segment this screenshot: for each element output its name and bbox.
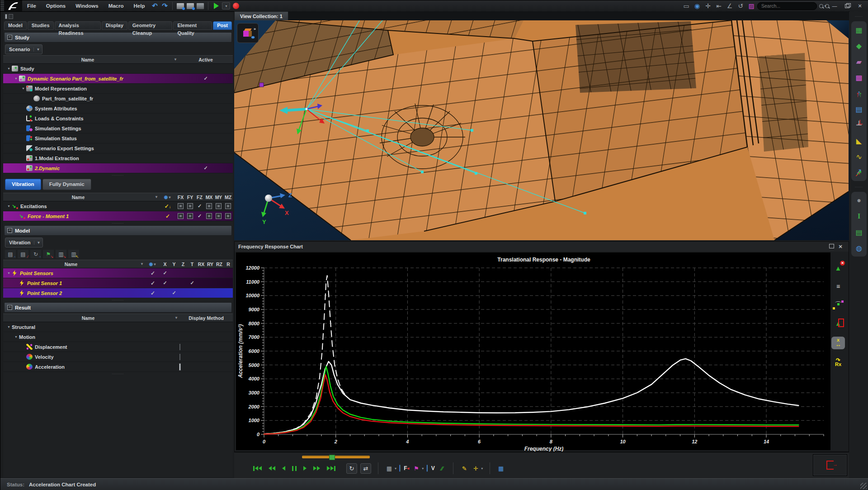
play-button[interactable] <box>302 465 308 471</box>
tab-element-quality[interactable]: Element Quality <box>173 21 212 30</box>
filter-icon[interactable]: ▼ <box>139 262 145 266</box>
axis-cell-x[interactable]: ✓ <box>160 280 170 286</box>
expander-icon[interactable]: ▼ <box>13 77 19 80</box>
export-icon[interactable] <box>185 1 195 10</box>
sensor-pick-icon[interactable]: ▥↖ <box>68 250 79 258</box>
sensor-header-ry[interactable]: RY <box>206 262 215 267</box>
measure-angle-icon[interactable]: ∠ <box>725 1 735 10</box>
expander-icon[interactable]: ▼ <box>13 335 19 338</box>
scenario-dropdown[interactable]: Scenario ▼ <box>5 44 42 54</box>
splitter-handle[interactable]: ∙∙∙∙∙∙∙∙∙ <box>3 298 233 301</box>
chevron-down-icon[interactable]: ▾ <box>395 466 396 471</box>
undo-icon[interactable]: ↶ <box>150 1 160 10</box>
name-column-header[interactable]: Name <box>3 195 153 200</box>
result-row[interactable]: ▼Structural <box>3 322 233 332</box>
measure-rotate-icon[interactable]: ↺ <box>736 1 745 10</box>
3d-viewport[interactable]: Z X Y » <box>234 20 849 240</box>
minimize-button[interactable]: — <box>829 2 840 10</box>
chart-display-icon[interactable] <box>179 364 180 370</box>
collapse-icon[interactable]: − <box>7 228 12 233</box>
pencil-icon[interactable]: ✎ <box>460 463 468 473</box>
display-mode-icon[interactable]: ▭ <box>681 1 691 10</box>
tab-geometry-cleanup[interactable]: Geometry Cleanup <box>128 21 173 30</box>
search-icon[interactable] <box>825 4 829 8</box>
slope-icon[interactable]: ∕∕ <box>438 463 446 473</box>
dof-checkbox[interactable] <box>225 203 231 209</box>
facet-planes-icon[interactable]: ▰ <box>852 56 866 67</box>
dof-header-mx[interactable]: MX <box>204 195 214 200</box>
dof-checkbox[interactable] <box>187 213 193 219</box>
x-pan-button[interactable]: X↔ <box>831 337 845 349</box>
filter-icon[interactable]: ▼ <box>153 195 160 199</box>
study-tree-row[interactable]: Part_from_satellite_fr <box>3 94 233 104</box>
sensor-row[interactable]: Point Sensor 1✓✓✓ <box>3 278 233 288</box>
study-tree-row[interactable]: ▼Model Representation <box>3 84 233 94</box>
visibility-check[interactable]: ✓↓ <box>160 203 176 209</box>
dof-header-my[interactable]: MY <box>214 195 223 200</box>
sensor-header-rz[interactable]: RZ <box>215 262 224 267</box>
mesh-display-icon[interactable]: ▦ <box>385 463 393 473</box>
sensor-on-part-icon[interactable]: ⚑↘ <box>43 250 54 258</box>
collapse-icon[interactable]: − <box>7 35 12 40</box>
pause-button[interactable] <box>290 465 298 472</box>
triad-arrows-icon[interactable]: ↑ <box>852 87 866 99</box>
dof-cell-mz[interactable] <box>223 203 233 209</box>
cleanup-brush-icon[interactable]: ▨ <box>746 1 756 10</box>
fully-dynamic-button[interactable]: Fully Dynamic <box>42 179 91 190</box>
expander-icon[interactable]: ▼ <box>6 325 12 328</box>
dof-checkbox[interactable] <box>187 203 193 209</box>
measure-distance-icon[interactable]: ⇤ <box>714 1 724 10</box>
animation-slider[interactable] <box>302 456 370 458</box>
name-column-header[interactable]: Name <box>3 262 139 267</box>
sensor-header-y[interactable]: Y <box>170 262 179 267</box>
chart-close-button[interactable]: ✕ <box>836 244 845 250</box>
mesh-points-icon[interactable]: ▩ <box>852 71 866 83</box>
dof-header-fy[interactable]: FY <box>185 195 195 200</box>
refresh-visibility-icon[interactable]: ↻◦ <box>30 250 41 258</box>
model-mode-dropdown[interactable]: Vibration ▼ <box>5 238 43 247</box>
skip-start-button[interactable] <box>251 465 264 472</box>
dof-checkbox[interactable] <box>206 203 212 209</box>
menu-file[interactable]: File <box>22 0 41 11</box>
menu-macro[interactable]: Macro <box>104 0 129 11</box>
diamond-plane-icon[interactable]: ◆ <box>852 40 866 52</box>
chart-maximize-button[interactable] <box>827 244 836 249</box>
dof-cell-mx[interactable] <box>204 213 214 219</box>
dof-cell-my[interactable] <box>214 213 223 219</box>
excitation-row[interactable]: ↘Force - Moment 1✓✓ <box>3 211 233 221</box>
toolbar-grip[interactable]: ∙∙∙∙∙∙ <box>849 185 868 188</box>
meshed-part[interactable] <box>234 20 849 240</box>
dof-checkbox[interactable] <box>178 213 184 219</box>
chevron-down-icon[interactable]: ▾ <box>481 466 483 471</box>
slider-handle[interactable] <box>329 455 335 460</box>
dof-header-fx[interactable]: FX <box>176 195 185 200</box>
study-tree-row[interactable]: Loads & Constraints <box>3 114 233 124</box>
fast-forward-button[interactable] <box>311 465 322 471</box>
run-play-button[interactable] <box>211 1 221 10</box>
dof-header-mz[interactable]: MZ <box>223 195 233 200</box>
visibility-check[interactable]: ✓ <box>145 280 160 286</box>
axes-icon[interactable]: ↗ <box>852 167 866 178</box>
excitation-row[interactable]: ▼↘Excitations✓↓✓ <box>3 201 233 211</box>
axis-cell-y[interactable]: ✓ <box>170 290 179 296</box>
display-method-column-header[interactable]: Display Method <box>179 315 233 321</box>
dof-checkbox[interactable] <box>216 203 222 209</box>
crosshair-icon[interactable]: ✛ <box>472 463 480 473</box>
restore-button[interactable] <box>841 2 853 10</box>
import-icon[interactable] <box>175 1 185 10</box>
display-method-cell[interactable] <box>179 344 233 350</box>
signal-wave-icon[interactable]: ∿ <box>852 151 866 162</box>
sensor-header-rx[interactable]: RX <box>197 262 206 267</box>
view-cube-button[interactable]: » <box>237 23 259 43</box>
expander-icon[interactable]: ▼ <box>20 87 26 90</box>
menu-help[interactable]: Help <box>129 0 150 11</box>
record-button[interactable] <box>231 1 241 10</box>
skip-end-button[interactable] <box>325 465 337 472</box>
tab-model[interactable]: Model <box>4 21 27 30</box>
mesh-layers-icon[interactable]: ▤ <box>852 226 866 238</box>
chart-display-icon[interactable] <box>179 354 180 360</box>
toolbar-grip[interactable]: ∙∙∙∙∙∙ <box>849 14 868 18</box>
view-collection-tab[interactable]: View Collection: 1 <box>234 11 288 21</box>
show-rows-icon[interactable]: ▤◦ <box>5 250 16 258</box>
dof-header-fz[interactable]: FZ <box>195 195 204 200</box>
